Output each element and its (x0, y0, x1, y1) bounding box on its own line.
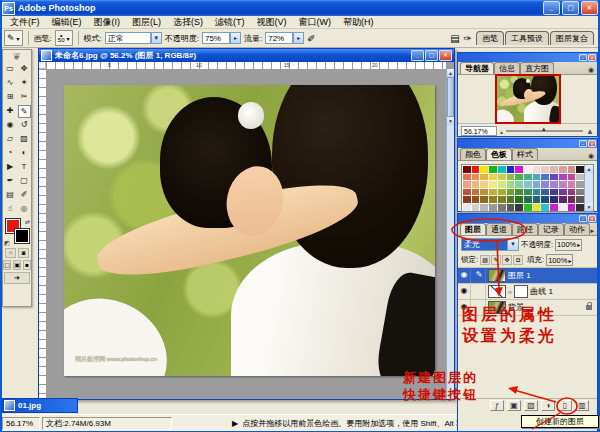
color-swatch[interactable] (533, 174, 541, 181)
crop-tool[interactable]: ⊞ (4, 91, 17, 104)
layer-fill-input[interactable]: 100% ▸ (546, 254, 573, 266)
zoom-slider[interactable]: ▲ (506, 130, 583, 132)
color-swatch[interactable] (559, 181, 567, 188)
color-swatch[interactable] (576, 174, 584, 181)
eraser-tool[interactable]: ▱ (4, 133, 17, 146)
color-swatch[interactable] (533, 181, 541, 188)
layer-mask-thumbnail[interactable] (514, 285, 528, 298)
color-swatch[interactable] (507, 166, 515, 173)
dodge-tool[interactable]: ◐ (18, 147, 31, 160)
color-swatch[interactable] (463, 174, 471, 181)
healing-brush-tool[interactable]: ✚ (4, 105, 17, 118)
brush-palette-icon[interactable]: ✑ (464, 33, 472, 44)
color-swatch[interactable] (472, 196, 480, 203)
color-swatch[interactable] (507, 189, 515, 196)
palette-menu-icon[interactable]: ▸ (590, 227, 597, 235)
lasso-tool[interactable]: ∿ (4, 77, 17, 90)
color-swatch[interactable] (541, 204, 549, 211)
tab-paths[interactable]: 路径 (512, 223, 538, 235)
color-swatch[interactable] (489, 196, 497, 203)
navigator-thumbnail[interactable]: 照片处理网 www.photoshop.cn (495, 74, 561, 124)
color-swatch[interactable] (524, 196, 532, 203)
color-swatch[interactable] (533, 189, 541, 196)
layer-name[interactable]: 曲线 1 (530, 286, 553, 297)
color-swatch[interactable] (489, 189, 497, 196)
color-swatch[interactable] (515, 196, 523, 203)
tab-history[interactable]: 记录 (538, 223, 564, 235)
spinner-icon[interactable]: ▸ (568, 257, 571, 264)
color-swatch[interactable] (515, 166, 523, 173)
tab-layer-comps[interactable]: 图层复合 (550, 31, 594, 45)
lock-pixels-icon[interactable]: ✎ (491, 255, 501, 265)
color-swatch[interactable] (515, 204, 523, 211)
color-swatch[interactable] (576, 189, 584, 196)
pen-tool[interactable]: ✒ (4, 175, 17, 188)
restore-button[interactable]: ▢ (562, 1, 579, 15)
flow-spinner[interactable]: ▸ (293, 32, 304, 44)
color-swatch[interactable] (559, 196, 567, 203)
menu-item-3[interactable]: 图层(L) (126, 16, 167, 29)
layer-blend-mode-select[interactable]: 柔光 ▼ (461, 238, 519, 251)
lock-transparency-icon[interactable]: ▨ (480, 255, 490, 265)
palette-minimize-icon[interactable]: – (579, 215, 587, 222)
tab-info[interactable]: 信息 (494, 62, 520, 74)
color-swatch[interactable] (559, 174, 567, 181)
canvas[interactable]: 照片处理网 www.photoshop.cn (46, 69, 446, 399)
color-swatch[interactable] (576, 196, 584, 203)
color-swatch[interactable] (515, 181, 523, 188)
color-swatch[interactable] (533, 204, 541, 211)
menu-item-6[interactable]: 视图(V) (251, 16, 293, 29)
color-swatch[interactable] (480, 204, 488, 211)
color-swatch[interactable] (524, 189, 532, 196)
standard-mode-button[interactable]: ○ (5, 248, 16, 258)
default-colors-icon[interactable]: ◩ (4, 239, 10, 246)
palette-minimize-icon[interactable]: – (579, 140, 587, 147)
color-swatch[interactable] (498, 181, 506, 188)
vertical-scrollbar[interactable]: ▲ ▼ (446, 69, 454, 399)
color-swatch[interactable] (489, 174, 497, 181)
eyedropper-tool[interactable]: ✐ (18, 189, 31, 202)
close-button[interactable]: ✕ (581, 1, 598, 15)
color-swatch[interactable] (550, 196, 558, 203)
tab-navigator[interactable]: 导航器 (460, 62, 494, 74)
link-slot[interactable] (473, 284, 486, 299)
color-swatch[interactable] (541, 174, 549, 181)
standard-screen-button[interactable]: ▢ (3, 260, 11, 270)
new-layer-button[interactable]: ▯ (558, 400, 572, 411)
color-swatch[interactable] (576, 181, 584, 188)
photo-image[interactable]: 照片处理网 www.photoshop.cn (64, 85, 435, 376)
color-swatch[interactable] (541, 196, 549, 203)
color-swatch[interactable] (559, 189, 567, 196)
lock-position-icon[interactable]: ✥ (502, 255, 512, 265)
tab-histogram[interactable]: 直方图 (520, 62, 554, 74)
color-swatch[interactable] (507, 181, 515, 188)
add-layer-style-button[interactable]: ƒ (490, 400, 504, 411)
color-swatch[interactable] (568, 174, 576, 181)
layer-opacity-input[interactable]: 100% ▸ (555, 239, 582, 251)
color-swatch[interactable] (550, 166, 558, 173)
chevron-down-icon[interactable]: ▼ (507, 239, 518, 250)
tool-preset-picker[interactable]: ✎▾ (4, 30, 23, 46)
color-swatch[interactable] (463, 189, 471, 196)
scroll-up-icon[interactable]: ▲ (447, 69, 454, 77)
color-swatch[interactable] (576, 166, 584, 173)
tab-color[interactable]: 颜色 (460, 148, 486, 160)
visibility-eye-icon[interactable]: ◉ (458, 268, 471, 283)
zoom-in-icon[interactable]: ▲ (586, 127, 594, 136)
zoom-out-icon[interactable]: ▴ (500, 128, 503, 135)
layer-name[interactable]: 图层 1 (508, 270, 531, 281)
palette-menu-icon[interactable]: ◉ (588, 152, 597, 160)
color-swatch[interactable] (472, 204, 480, 211)
color-swatch[interactable] (472, 189, 480, 196)
background-color-swatch[interactable] (15, 229, 29, 243)
scroll-down-icon[interactable]: ▼ (447, 117, 454, 125)
color-swatch[interactable] (463, 204, 471, 211)
palette-menu-icon[interactable]: ◉ (588, 66, 597, 74)
color-swatch[interactable] (568, 189, 576, 196)
history-brush-tool[interactable]: ↺ (18, 119, 31, 132)
clone-stamp-tool[interactable]: ◉ (4, 119, 17, 132)
document-titlebar[interactable]: 未命名6.jpg @ 56.2% (图层 1, RGB/8#) _ ▢ ✕ (39, 49, 454, 62)
doc-minimize-button[interactable]: _ (411, 50, 424, 61)
flow-input[interactable]: 72% (265, 32, 293, 44)
color-swatch[interactable] (550, 174, 558, 181)
